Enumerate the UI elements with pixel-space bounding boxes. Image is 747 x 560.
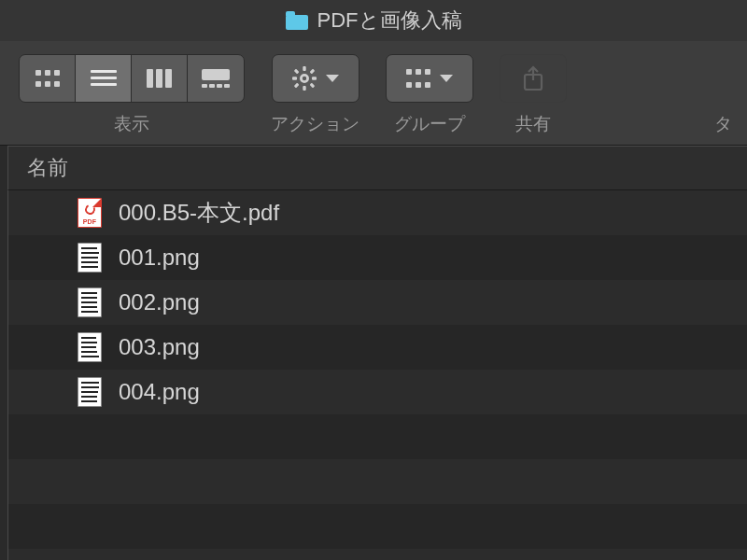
gear-icon <box>292 66 317 91</box>
toolbar: 表示 アクション グループ 共有 タ <box>0 41 747 146</box>
column-header-row[interactable]: 名前 <box>7 146 747 190</box>
svg-rect-17 <box>303 66 305 71</box>
file-name: 000.B5-本文.pdf <box>119 198 279 228</box>
svg-rect-2 <box>54 70 60 76</box>
empty-row <box>8 549 747 560</box>
group-group: グループ <box>386 54 473 136</box>
view-switcher <box>19 54 245 103</box>
svg-rect-13 <box>202 84 207 88</box>
tag-group-partial: タ <box>714 54 732 136</box>
file-row[interactable]: 001.png <box>8 235 747 280</box>
svg-rect-19 <box>292 77 297 79</box>
svg-rect-4 <box>45 81 50 87</box>
svg-rect-21 <box>293 69 299 75</box>
svg-rect-18 <box>303 86 305 91</box>
file-name: 003.png <box>119 334 200 360</box>
column-header-name[interactable]: 名前 <box>27 154 68 182</box>
chevron-down-icon <box>326 75 339 82</box>
svg-rect-26 <box>416 69 421 75</box>
file-row[interactable]: 002.png <box>8 280 747 325</box>
action-menu-button[interactable] <box>273 55 359 102</box>
svg-rect-30 <box>425 82 430 88</box>
svg-rect-22 <box>309 83 315 89</box>
image-file-icon <box>78 243 102 273</box>
svg-rect-25 <box>406 69 412 75</box>
svg-rect-5 <box>54 81 60 87</box>
svg-rect-8 <box>91 83 117 86</box>
action-group: アクション <box>271 54 359 136</box>
svg-rect-20 <box>312 77 317 79</box>
svg-rect-3 <box>35 81 41 87</box>
svg-rect-9 <box>147 69 153 88</box>
folder-icon <box>286 11 308 30</box>
view-label: 表示 <box>114 112 149 136</box>
empty-row <box>8 504 747 549</box>
empty-row <box>8 414 747 459</box>
svg-rect-7 <box>91 77 117 79</box>
image-file-icon <box>78 377 102 407</box>
chevron-down-icon <box>440 75 453 82</box>
svg-rect-16 <box>224 84 230 88</box>
pdf-file-icon: PDF <box>78 198 102 228</box>
window-title: PDFと画像入稿 <box>317 7 462 35</box>
file-row[interactable]: 003.png <box>8 325 747 370</box>
window-titlebar: PDFと画像入稿 <box>0 0 747 41</box>
image-file-icon <box>78 287 102 317</box>
grid-group-icon <box>406 69 430 88</box>
icon-view-button[interactable] <box>20 55 76 102</box>
column-view-button[interactable] <box>132 55 188 102</box>
svg-rect-6 <box>91 70 117 73</box>
file-row[interactable]: PDF000.B5-本文.pdf <box>8 190 747 235</box>
share-button[interactable] <box>500 54 567 103</box>
svg-rect-1 <box>45 70 50 76</box>
svg-rect-28 <box>406 82 412 88</box>
svg-rect-24 <box>293 83 299 89</box>
svg-rect-23 <box>309 69 315 75</box>
file-list: PDF000.B5-本文.pdf001.png002.png003.png004… <box>7 190 747 560</box>
group-label: グループ <box>394 112 465 136</box>
file-name: 001.png <box>119 245 200 271</box>
gallery-view-button[interactable] <box>188 55 244 102</box>
svg-rect-27 <box>425 69 430 75</box>
svg-rect-15 <box>217 84 222 88</box>
svg-rect-14 <box>209 84 215 88</box>
svg-rect-11 <box>165 69 172 88</box>
svg-rect-12 <box>202 69 230 80</box>
file-name: 002.png <box>119 289 200 315</box>
file-row[interactable]: 004.png <box>8 370 747 414</box>
list-view-button[interactable] <box>76 55 132 102</box>
action-label: アクション <box>271 112 359 136</box>
file-name: 004.png <box>119 379 200 405</box>
svg-rect-10 <box>156 69 162 88</box>
share-group: 共有 <box>500 54 567 136</box>
svg-rect-29 <box>416 82 421 88</box>
share-icon <box>523 65 543 91</box>
svg-rect-0 <box>35 70 41 76</box>
tag-label: タ <box>714 112 732 136</box>
image-file-icon <box>78 332 102 362</box>
view-switcher-group: 表示 <box>19 54 245 136</box>
group-menu-button[interactable] <box>387 55 472 102</box>
share-label: 共有 <box>515 112 551 136</box>
empty-row <box>8 459 747 504</box>
